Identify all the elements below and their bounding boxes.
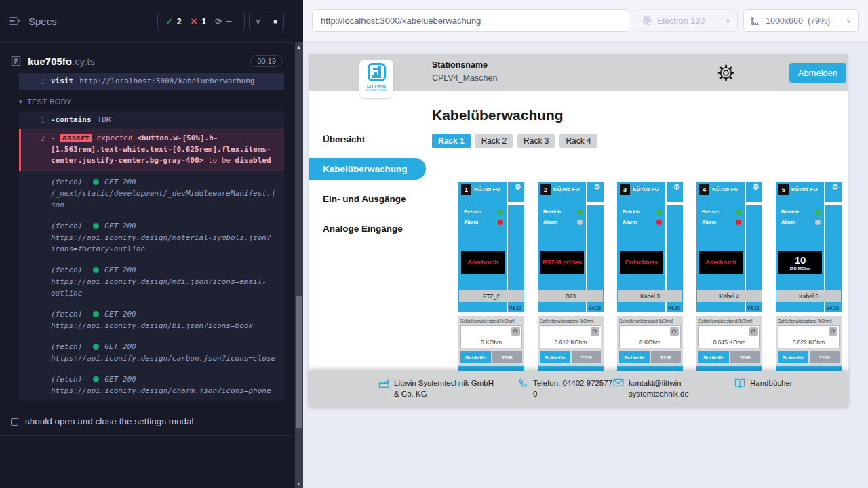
fetch-log-row[interactable]: (fetch) GET 200 /_next/static/developmen… bbox=[19, 171, 284, 216]
module-number: 4 bbox=[699, 184, 709, 195]
refresh-icon[interactable]: ⟳ bbox=[749, 327, 758, 336]
pending-test-row[interactable]: should open and close the settings modal bbox=[0, 410, 294, 436]
tdr-button[interactable]: TDR bbox=[492, 351, 523, 363]
module-gear-icon[interactable]: ⚙ bbox=[752, 183, 760, 191]
viewport-size: 1000x660 bbox=[766, 16, 803, 26]
tab-rack-3[interactable]: Rack 3 bbox=[517, 134, 555, 148]
led-label-alarm: Alarm bbox=[464, 219, 478, 225]
logout-button[interactable]: Abmelden bbox=[789, 63, 846, 83]
test-stats[interactable]: ✓ 2 ✕ 1 ⟳ -- bbox=[157, 12, 245, 31]
scroll-up-arrow[interactable]: ▲ bbox=[294, 45, 303, 49]
stop-icon: ■ bbox=[273, 18, 277, 25]
nav-item-analoge-eingaenge[interactable]: Analoge Eingänge bbox=[309, 218, 424, 239]
specs-list-icon bbox=[9, 16, 22, 26]
led-label-alarm: Alarm bbox=[781, 219, 795, 225]
schleife-button[interactable]: Schleife bbox=[540, 351, 570, 363]
cable-label: B23 bbox=[538, 290, 603, 302]
fetch-tag: (fetch) bbox=[51, 264, 82, 276]
refresh-icon[interactable]: ⟳ bbox=[591, 327, 599, 336]
module-gear-icon[interactable]: ⚙ bbox=[514, 183, 521, 191]
fetch-url: https://api.iconify.design/bi.json?icons… bbox=[51, 320, 277, 331]
command-row-assert-failed[interactable]: 2 - assert expected <button.w-[50%].h-[1… bbox=[19, 129, 284, 171]
tab-rack-4[interactable]: Rack 4 bbox=[559, 134, 597, 148]
pending-icon: ⟳ bbox=[215, 16, 222, 26]
firmware-version: V4.19 bbox=[827, 306, 839, 310]
module-face: 3 KÜ705-FO ⚙ Betrieb Alarm Erdschluss bbox=[617, 182, 683, 312]
module-card-5: 5 KÜ705-FO ⚙ Betrieb Alarm 10 ISO MOhm bbox=[776, 182, 842, 371]
fetch-log-row[interactable]: (fetch) GET 200 https://api.iconify.desi… bbox=[19, 216, 284, 260]
schleife-button[interactable]: Schleife bbox=[460, 351, 491, 363]
schleife-button[interactable]: Schleife bbox=[778, 351, 808, 363]
line-number: 2 bbox=[21, 133, 51, 167]
display-text: Aderbruch bbox=[705, 259, 736, 266]
betrieb-led bbox=[498, 209, 503, 215]
fetch-log-row[interactable]: (fetch) GET 200 https://api.iconify.desi… bbox=[19, 304, 284, 336]
nav-item-kabelueberwachung[interactable]: Kabelüberwachung bbox=[309, 158, 426, 180]
command-arg: TDR bbox=[98, 115, 111, 125]
footer-phone[interactable]: Telefon: 04402 972577-0 bbox=[518, 378, 617, 399]
viewport-select[interactable]: 1000x660 (79%) ∨ bbox=[743, 9, 859, 32]
module-gear-icon[interactable]: ⚙ bbox=[673, 183, 680, 191]
fetch-log-row[interactable]: (fetch) GET 200 https://api.iconify.desi… bbox=[19, 260, 284, 304]
refresh-icon[interactable]: ⟳ bbox=[829, 327, 837, 336]
resistance-value-box: ⟳ 0 KOhm bbox=[619, 325, 681, 348]
cable-label: Kabel 4 bbox=[697, 290, 762, 302]
refresh-icon[interactable]: ⟳ bbox=[670, 327, 679, 336]
module-gear-icon[interactable]: ⚙ bbox=[831, 183, 839, 191]
app-sidebar-nav: Übersicht Kabelüberwachung Ein- und Ausg… bbox=[309, 92, 424, 247]
tdr-button[interactable]: TDR bbox=[651, 351, 682, 363]
tab-rack-2[interactable]: Rack 2 bbox=[475, 134, 513, 148]
card-bottom-strip bbox=[696, 366, 762, 371]
led-label-betrieb: Betrieb bbox=[702, 209, 719, 215]
schleife-button[interactable]: Schleife bbox=[698, 351, 729, 363]
module-display: PST-M prüfen bbox=[540, 251, 584, 274]
command-row-visit[interactable]: 1 visit http://localhost:3000/kabelueber… bbox=[19, 73, 284, 90]
scroll-down-arrow[interactable]: ▼ bbox=[294, 482, 303, 487]
refresh-icon[interactable]: ⟳ bbox=[511, 327, 520, 336]
factory-icon bbox=[378, 378, 389, 388]
status-ok-dot bbox=[93, 179, 99, 185]
tdr-button[interactable]: TDR bbox=[730, 351, 761, 363]
fetch-url: https://api.iconify.design/mdi.json?icon… bbox=[51, 276, 277, 299]
line-number: 1 bbox=[19, 76, 51, 87]
envelope-icon bbox=[613, 378, 624, 387]
resistance-value: 0 KOhm bbox=[461, 339, 521, 346]
stop-button[interactable]: ■ bbox=[267, 12, 283, 30]
viewport-zoom: (79%) bbox=[808, 16, 830, 26]
betrieb-led bbox=[815, 209, 821, 215]
resistance-value: 0.612 KOhm bbox=[540, 339, 601, 346]
collapse-button[interactable]: ∨ bbox=[250, 12, 267, 30]
footer-email[interactable]: kontakt@littwin-systemtechnik.de bbox=[613, 378, 710, 399]
module-number: 1 bbox=[461, 184, 471, 195]
status-ok-dot bbox=[93, 267, 99, 273]
settings-gear-icon[interactable] bbox=[717, 64, 735, 82]
fetch-log-row[interactable]: (fetch) GET 200 https://api.iconify.desi… bbox=[19, 336, 284, 369]
nav-item-uebersicht[interactable]: Übersicht bbox=[309, 128, 424, 150]
resistance-label: Schleifenwiderstand [kOhm] bbox=[778, 319, 840, 323]
littwin-logo: LITTWIN SYSTEMTECHNIK bbox=[359, 60, 393, 98]
command-row-contains[interactable]: 1 -contains TDR bbox=[19, 111, 284, 129]
url-input[interactable]: http://localhost:3000/kabelueberwachung bbox=[312, 9, 629, 32]
passed-icon: ✓ bbox=[165, 16, 172, 26]
resistance-value-box: ⟳ 0.612 KOhm bbox=[540, 325, 601, 348]
specs-label: Specs bbox=[28, 16, 57, 27]
module-gear-icon[interactable]: ⚙ bbox=[593, 183, 601, 191]
fetch-tag: (fetch) bbox=[51, 373, 82, 385]
test-body-section-header[interactable]: ▾ TEST BODY bbox=[0, 90, 294, 111]
alarm-led bbox=[736, 220, 741, 225]
spec-file-row[interactable]: kue705fo .cy.ts 00:19 bbox=[0, 52, 294, 70]
scrollbar-thumb[interactable] bbox=[296, 296, 302, 428]
tdr-button[interactable]: TDR bbox=[810, 351, 840, 363]
tab-rack-1[interactable]: Rack 1 bbox=[432, 134, 471, 148]
browser-select[interactable]: Electron 130 ∨ bbox=[635, 9, 738, 32]
specs-menu-button[interactable]: Specs bbox=[9, 16, 57, 27]
footer-manuals-link[interactable]: Handbücher bbox=[734, 378, 793, 388]
tdr-button[interactable]: TDR bbox=[572, 351, 602, 363]
schleife-button[interactable]: Schleife bbox=[619, 351, 650, 363]
nav-item-ein-und-ausgaenge[interactable]: Ein- und Ausgänge bbox=[309, 188, 424, 209]
app-main: Kabelüberwachung Rack 1 Rack 2 Rack 3 Ra… bbox=[424, 92, 848, 371]
module-model: KÜ705-FO bbox=[474, 186, 500, 192]
card-bottom-strip bbox=[617, 366, 683, 371]
fetch-log-row[interactable]: (fetch) GET 200 https://api.iconify.desi… bbox=[19, 369, 284, 401]
module-face: 2 KÜ705-FO ⚙ Betrieb Alarm PST-M prüfen bbox=[538, 182, 604, 312]
